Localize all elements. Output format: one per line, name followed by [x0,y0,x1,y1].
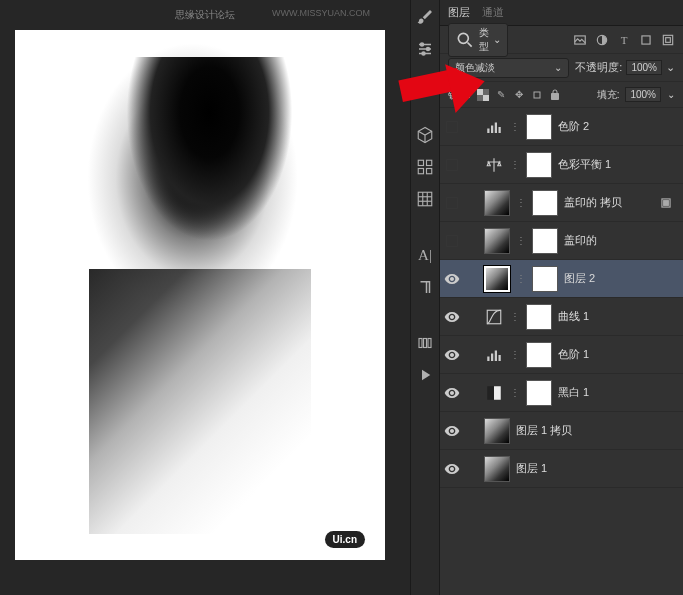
chevron-down-icon[interactable]: ⌄ [667,89,675,100]
lock-all-icon[interactable] [549,89,561,101]
filter-type-dropdown[interactable]: 类型 ⌄ [448,23,508,57]
layer-row[interactable]: ⋮黑白 1 [440,374,683,412]
brush-tool-icon[interactable] [416,8,434,26]
type-icon[interactable]: A| [416,246,434,264]
layer-mask-thumb[interactable] [526,342,552,368]
lock-artboard-icon[interactable] [531,89,543,101]
svg-rect-29 [534,92,540,98]
layer-name[interactable]: 色彩平衡 1 [558,157,611,172]
svg-rect-8 [418,169,423,174]
layer-name[interactable]: 图层 2 [564,271,595,286]
document-canvas[interactable]: Ui.cn [15,30,385,560]
svg-point-5 [422,52,425,55]
fill-value[interactable]: 100% [625,87,661,102]
visibility-toggle[interactable] [444,385,460,401]
visibility-toggle[interactable] [444,423,460,439]
filter-shape-icon[interactable] [639,33,653,47]
layer-name[interactable]: 曲线 1 [558,309,589,324]
visibility-toggle[interactable] [444,195,460,211]
filter-row: 类型 ⌄ T [440,26,683,54]
layer-thumb[interactable] [484,190,510,216]
grid-icon[interactable] [416,190,434,208]
svg-rect-32 [491,125,493,133]
svg-rect-10 [418,192,432,206]
layer-name[interactable]: 黑白 1 [558,385,589,400]
layer-mask-thumb[interactable] [526,304,552,330]
layer-row[interactable]: 图层 1 [440,450,683,488]
svg-rect-39 [447,235,458,246]
layer-name[interactable]: 图层 1 [516,461,547,476]
link-icon: ⋮ [516,197,526,208]
levels-adjustment-icon [484,118,504,136]
chevron-down-icon[interactable]: ⌄ [666,61,675,74]
layer-row[interactable]: 图层 1 拷贝 [440,412,683,450]
watermark-top: 思缘设计论坛 [175,8,235,22]
ui-badge: Ui.cn [325,531,365,548]
search-icon [455,30,475,50]
layer-row[interactable]: ⋮盖印的 [440,222,683,260]
layer-thumb[interactable] [484,418,510,444]
layer-mask-thumb[interactable] [526,152,552,178]
layer-row[interactable]: ⋮色彩平衡 1 [440,146,683,184]
layer-row[interactable]: ⋮色阶 1 [440,336,683,374]
visibility-toggle[interactable] [444,309,460,325]
visibility-toggle[interactable] [444,347,460,363]
visibility-toggle[interactable] [444,119,460,135]
filter-type-icon[interactable]: T [617,33,631,47]
visibility-toggle[interactable] [444,271,460,287]
fill-label: 填充: [597,88,620,102]
filter-smartobj-icon[interactable] [661,33,675,47]
levels-adjustment-icon [484,346,504,364]
link-icon: ⋮ [510,349,520,360]
layer-thumb[interactable] [484,266,510,292]
paragraph-icon[interactable] [416,278,434,296]
layer-mask-thumb[interactable] [532,266,558,292]
link-icon: ⋮ [516,273,526,284]
tab-channels[interactable]: 通道 [482,5,504,20]
svg-rect-38 [664,200,669,205]
play-icon[interactable] [416,366,434,384]
layer-name[interactable]: 盖印的 拷贝 [564,195,622,210]
chevron-down-icon: ⌄ [493,34,501,45]
link-icon: ⋮ [516,235,526,246]
svg-point-3 [421,43,424,46]
svg-rect-46 [494,386,501,400]
layer-row[interactable]: ⋮曲线 1 [440,298,683,336]
opacity-value[interactable]: 100% [626,60,662,75]
filter-image-icon[interactable] [573,33,587,47]
visibility-toggle[interactable] [444,461,460,477]
layer-name[interactable]: 色阶 2 [558,119,589,134]
layer-name[interactable]: 图层 1 拷贝 [516,423,572,438]
layer-mask-thumb[interactable] [526,114,552,140]
link-icon: ⋮ [510,159,520,170]
filter-adjustment-icon[interactable] [595,33,609,47]
layer-name[interactable]: 盖印的 [564,233,597,248]
svg-point-18 [458,33,468,43]
adjustments-icon[interactable] [416,40,434,58]
chevron-down-icon: ⌄ [554,62,562,73]
filter-label: 类型 [479,26,489,54]
svg-rect-33 [495,122,497,133]
svg-line-19 [468,42,472,46]
tab-layers[interactable]: 图层 [448,5,470,20]
visibility-toggle[interactable] [444,157,460,173]
frames-icon[interactable] [416,334,434,352]
layer-mask-thumb[interactable] [526,380,552,406]
layer-name[interactable]: 色阶 1 [558,347,589,362]
layer-mask-thumb[interactable] [532,228,558,254]
layer-row[interactable]: ⋮盖印的 拷贝 [440,184,683,222]
swatches-icon[interactable] [416,158,434,176]
lock-paint-icon[interactable]: ✎ [495,89,507,101]
lock-position-icon[interactable]: ✥ [513,89,525,101]
svg-rect-36 [447,197,458,208]
cube-icon[interactable] [416,126,434,144]
layer-row[interactable]: ⋮图层 2 [440,260,683,298]
layer-row[interactable]: ⋮色阶 2 [440,108,683,146]
svg-rect-9 [427,169,432,174]
layer-thumb[interactable] [484,456,510,482]
fx-icon[interactable] [659,196,673,210]
layer-thumb[interactable] [484,228,510,254]
layer-mask-thumb[interactable] [532,190,558,216]
svg-rect-6 [418,160,423,165]
visibility-toggle[interactable] [444,233,460,249]
